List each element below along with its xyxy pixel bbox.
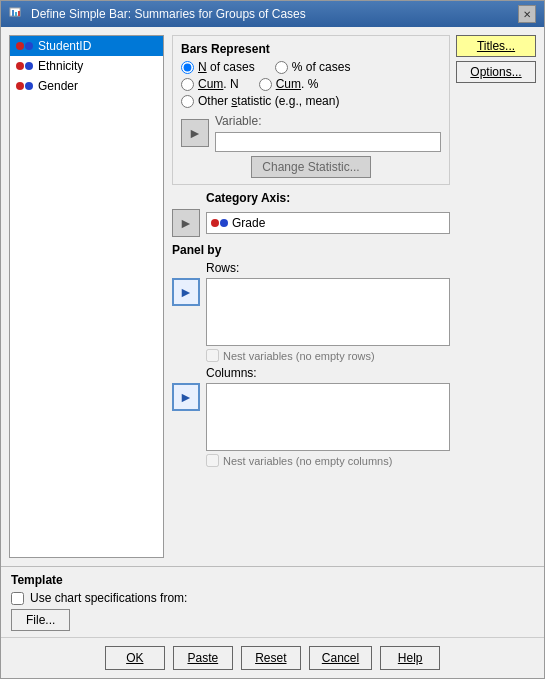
rows-box: ► <box>172 278 450 346</box>
studentid-icon <box>16 42 33 50</box>
reset-button[interactable]: Reset <box>241 646 301 670</box>
radio-cum-n[interactable]: Cum. N <box>181 77 239 91</box>
variable-item-gender[interactable]: Gender <box>10 76 163 96</box>
cols-nest-checkbox[interactable] <box>206 454 219 467</box>
title-bar-left: Define Simple Bar: Summaries for Groups … <box>9 6 306 22</box>
variable-item-studentid[interactable]: StudentID <box>10 36 163 56</box>
category-axis-label: Category Axis: <box>206 191 450 205</box>
dialog-icon <box>9 6 25 22</box>
template-section: Template Use chart specifications from: … <box>1 566 544 637</box>
rows-drop-area[interactable] <box>206 278 450 346</box>
help-button[interactable]: Help <box>380 646 440 670</box>
rows-arrow-btn[interactable]: ► <box>172 278 200 306</box>
rows-nest-checkbox[interactable] <box>206 349 219 362</box>
ok-button[interactable]: OK <box>105 646 165 670</box>
category-axis-value: Grade <box>232 216 265 230</box>
gender-icon <box>16 82 33 90</box>
far-right-buttons: Titles... Options... <box>456 35 536 558</box>
category-axis-row: ► Grade <box>172 209 450 237</box>
template-checkbox-label: Use chart specifications from: <box>30 591 187 605</box>
radio-n-cases-label: N of cases <box>198 60 255 74</box>
change-statistic-button[interactable]: Change Statistic... <box>251 156 370 178</box>
file-button[interactable]: File... <box>11 609 70 631</box>
bars-represent-section: Bars Represent N of cases % of cases <box>172 35 450 185</box>
cols-box: ► <box>172 383 450 451</box>
close-button[interactable]: ✕ <box>518 5 536 23</box>
cancel-button[interactable]: Cancel <box>309 646 372 670</box>
radio-row-2: Cum. N Cum. % <box>181 77 441 91</box>
radio-pct-cases[interactable]: % of cases <box>275 60 351 74</box>
radio-row-3: Other statistic (e.g., mean) <box>181 94 441 108</box>
radio-row-1: N of cases % of cases <box>181 60 441 74</box>
options-button[interactable]: Options... <box>456 61 536 83</box>
radio-cum-pct-label: Cum. % <box>276 77 319 91</box>
cols-label: Columns: <box>172 366 450 380</box>
cols-section: Columns: ► Nest variables (no empty colu… <box>172 366 450 467</box>
variable-label-ethnicity: Ethnicity <box>38 59 83 73</box>
rows-nest-row: Nest variables (no empty rows) <box>172 349 450 362</box>
bottom-buttons: OK Paste Reset Cancel Help <box>1 637 544 678</box>
change-stat-row: Change Statistic... <box>181 156 441 178</box>
cols-nest-row: Nest variables (no empty columns) <box>172 454 450 467</box>
radio-other-label: Other statistic (e.g., mean) <box>198 94 339 108</box>
paste-button[interactable]: Paste <box>173 646 233 670</box>
category-arrow-btn[interactable]: ► <box>172 209 200 237</box>
arrow-right-icon-2: ► <box>179 215 193 231</box>
cols-drop-area[interactable] <box>206 383 450 451</box>
dialog-body: StudentID Ethnicity Gender <box>1 27 544 566</box>
right-area: Bars Represent N of cases % of cases <box>172 35 536 558</box>
radio-cum-pct[interactable]: Cum. % <box>259 77 319 91</box>
variable-label: Variable: <box>215 114 441 128</box>
titles-button[interactable]: Titles... <box>456 35 536 57</box>
window-title: Define Simple Bar: Summaries for Groups … <box>31 7 306 21</box>
variable-row: ► Variable: <box>181 114 441 152</box>
panel-by-title: Panel by <box>172 243 450 257</box>
cols-arrow-icon: ► <box>179 389 193 405</box>
variable-item-ethnicity[interactable]: Ethnicity <box>10 56 163 76</box>
template-checkbox[interactable] <box>11 592 24 605</box>
variable-label-studentid: StudentID <box>38 39 91 53</box>
radio-other[interactable]: Other statistic (e.g., mean) <box>181 94 339 108</box>
file-btn-row: File... <box>11 609 534 631</box>
cols-nest-label: Nest variables (no empty columns) <box>223 455 392 467</box>
ethnicity-icon <box>16 62 33 70</box>
variable-list: StudentID Ethnicity Gender <box>9 35 164 558</box>
radio-pct-cases-label: % of cases <box>292 60 351 74</box>
svg-rect-3 <box>18 11 20 16</box>
rows-label: Rows: <box>172 261 450 275</box>
rows-arrow-icon: ► <box>179 284 193 300</box>
panel-by-section: Panel by Rows: ► Nest variables (no e <box>172 243 450 467</box>
category-axis-section: Category Axis: ► Grade <box>172 191 450 237</box>
rows-nest-label: Nest variables (no empty rows) <box>223 350 375 362</box>
radio-cum-n-label: Cum. N <box>198 77 239 91</box>
variable-input-area: Variable: <box>215 114 441 152</box>
radio-n-cases[interactable]: N of cases <box>181 60 255 74</box>
rows-section: Rows: ► Nest variables (no empty rows) <box>172 261 450 362</box>
left-panel: StudentID Ethnicity Gender <box>9 35 164 558</box>
variable-input[interactable] <box>215 132 441 152</box>
grade-var-icon <box>211 219 228 227</box>
variable-label-gender: Gender <box>38 79 78 93</box>
arrow-right-icon: ► <box>188 125 202 141</box>
title-bar: Define Simple Bar: Summaries for Groups … <box>1 1 544 27</box>
category-axis-input[interactable]: Grade <box>206 212 450 234</box>
svg-rect-2 <box>15 12 17 16</box>
cols-arrow-btn[interactable]: ► <box>172 383 200 411</box>
variable-arrow-btn[interactable]: ► <box>181 119 209 147</box>
template-title: Template <box>11 573 534 587</box>
dialog-window: Define Simple Bar: Summaries for Groups … <box>0 0 545 679</box>
bars-represent-title: Bars Represent <box>181 42 441 56</box>
right-panel: Bars Represent N of cases % of cases <box>172 35 450 558</box>
svg-rect-1 <box>12 10 14 16</box>
template-row: Use chart specifications from: <box>11 591 534 605</box>
